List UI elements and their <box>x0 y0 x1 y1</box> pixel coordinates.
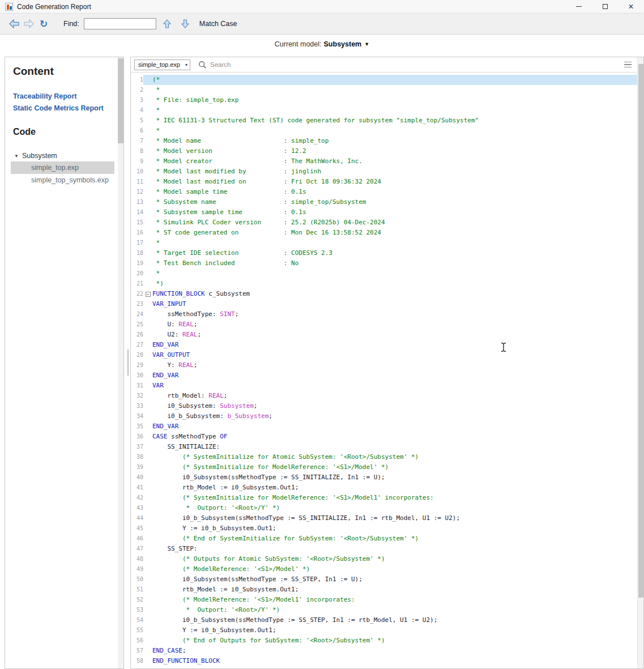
code-line[interactable]: 39 (* SystemInitialize for ModelReferenc… <box>131 462 637 472</box>
code-line[interactable]: 45 Y := i0_b_Subsystem.Out1; <box>131 523 637 534</box>
sidebar-link[interactable]: Traceability Report <box>13 92 110 100</box>
line-number: 49 <box>131 564 143 574</box>
code-line[interactable]: 5 * IEC 61131-3 Structured Text (ST) cod… <box>131 116 637 126</box>
current-model-caret-icon[interactable]: ▼ <box>364 41 369 47</box>
sidebar-scrollbar[interactable] <box>118 57 123 668</box>
code-line[interactable]: 16 * ST code generated on : Mon Dec 16 1… <box>131 228 637 238</box>
code-line[interactable]: 20 * <box>131 269 637 279</box>
editor-scrollbar-thumb[interactable] <box>638 64 644 598</box>
code-line[interactable]: 51 rtb_Model := i0_Subsystem.Out1; <box>131 585 637 595</box>
code-line[interactable]: 50 i0_Subsystem(ssMethodType := SS_STEP,… <box>131 574 637 585</box>
code-line[interactable]: 57END_CASE; <box>131 646 637 656</box>
code-line[interactable]: 31VAR <box>131 381 637 391</box>
code-line[interactable]: 56 (* End of Outputs for SubSystem: '<Ro… <box>131 636 637 646</box>
editor-scrollbar[interactable] <box>637 57 643 668</box>
line-number: 8 <box>131 146 143 156</box>
refresh-button[interactable]: ↻ <box>36 16 51 31</box>
sidebar-link[interactable]: Static Code Metrics Report <box>13 104 110 112</box>
code-line[interactable]: 8 * Model version : 12.2 <box>131 146 637 156</box>
line-number: 24 <box>131 309 143 319</box>
current-model-label: Current model: <box>275 40 322 48</box>
down-arrow-icon <box>181 19 190 28</box>
find-next-button[interactable] <box>178 16 193 31</box>
close-button[interactable]: × <box>618 0 644 13</box>
panel-splitter[interactable] <box>127 350 129 376</box>
code-line[interactable]: 52 (* ModelReference: '<S1>/Model1' inco… <box>131 595 637 605</box>
code-line[interactable]: 22−FUNCTION_BLOCK c_Subsystem <box>131 289 637 299</box>
tree-item[interactable]: simple_top.exp <box>11 161 114 174</box>
code-line[interactable]: 54 i0_b_Subsystem(ssMethodType := SS_STE… <box>131 615 637 625</box>
code-line[interactable]: 36CASE ssMethodType OF <box>131 432 637 442</box>
find-previous-button[interactable] <box>160 16 174 31</box>
code-line[interactable]: 41 rtb_Model := i0_Subsystem.Out1; <box>131 483 637 493</box>
code-line[interactable]: 1(* <box>131 75 637 85</box>
code-line[interactable]: 42 (* SystemInitialize for ModelReferenc… <box>131 493 637 503</box>
code-line[interactable]: 38 (* SystemInitialize for Atomic SubSys… <box>131 452 637 462</box>
code-line[interactable]: 4 * <box>131 105 637 116</box>
code-line[interactable]: 44 i0_b_Subsystem(ssMethodType := SS_INI… <box>131 513 637 523</box>
code-line[interactable]: 53 * Outport: '<Root>/Y' *) <box>131 605 637 615</box>
line-number: 55 <box>131 625 143 636</box>
code-line[interactable]: 7 * Model name : simple_top <box>131 136 637 146</box>
tree-root-subsystem[interactable]: ▼ Subsystem <box>13 152 110 160</box>
line-number: 29 <box>131 360 143 370</box>
forward-button[interactable] <box>22 16 36 31</box>
code-line[interactable]: 30END_VAR <box>131 370 637 381</box>
code-line[interactable]: 13 * Subsystem name : simple_top/Subsyst… <box>131 197 637 207</box>
code-line[interactable]: 46 (* End of SystemInitialize for SubSys… <box>131 534 637 544</box>
refresh-icon: ↻ <box>40 19 48 29</box>
code-line[interactable]: 35END_VAR <box>131 421 637 432</box>
code-line[interactable]: 25 U: REAL; <box>131 319 637 330</box>
code-line[interactable]: 21 *) <box>131 279 637 289</box>
code-line[interactable]: 58END_FUNCTION_BLOCK <box>131 656 637 666</box>
tree-item[interactable]: simple_top_symbols.exp <box>11 174 114 186</box>
code-line[interactable]: 17 * <box>131 238 637 248</box>
code-line[interactable]: 14 * Subsystem sample time : 0.1s <box>131 207 637 218</box>
line-number: 33 <box>131 401 143 411</box>
back-button[interactable] <box>7 16 22 31</box>
code-line[interactable]: 49 (* ModelReference: '<S1>/Model' *) <box>131 564 637 574</box>
code-line[interactable]: 15 * Simulink PLC Coder version : 25.2 (… <box>131 218 637 228</box>
code-line[interactable]: 43 * Outport: '<Root>/Y' *) <box>131 503 637 513</box>
code-line[interactable]: 24 ssMethodType: SINT; <box>131 309 637 319</box>
code-line[interactable]: 55 Y := i0_b_Subsystem.Out1; <box>131 625 637 636</box>
line-number: 32 <box>131 391 143 401</box>
sidebar-scrollbar-thumb[interactable] <box>118 58 123 143</box>
find-input[interactable] <box>84 18 156 29</box>
code-line[interactable]: 33 i0_Subsystem: Subsystem; <box>131 401 637 411</box>
code-line[interactable]: 11 * Model last modified on : Fri Oct 18… <box>131 177 637 187</box>
line-number: 45 <box>131 523 143 534</box>
code-line[interactable]: 18 * Target IDE selection : CODESYS 2.3 <box>131 248 637 258</box>
code-line[interactable]: 47 SS_STEP: <box>131 544 637 554</box>
code-line[interactable]: 40 i0_Subsystem(ssMethodType := SS_INITI… <box>131 472 637 483</box>
code-line[interactable]: 6 * <box>131 126 637 136</box>
fold-toggle-icon[interactable]: − <box>146 292 151 297</box>
line-number: 42 <box>131 493 143 503</box>
code-line[interactable]: 10 * Model last modified by : jinglinh <box>131 167 637 177</box>
code-line[interactable]: 34 i0_b_Subsystem: b_Subsystem; <box>131 411 637 421</box>
code-line[interactable]: 12 * Model sample time : 0.1s <box>131 187 637 197</box>
code-line[interactable]: 2 * <box>131 85 637 95</box>
line-number: 57 <box>131 646 143 656</box>
code-line[interactable]: 59 <box>131 666 637 668</box>
code-line[interactable]: 27END_VAR <box>131 340 637 350</box>
tree-expand-icon[interactable]: ▼ <box>14 154 19 159</box>
current-model-value[interactable]: Subsystem <box>324 40 362 48</box>
code-line[interactable]: 37 SS_INITIALIZE: <box>131 442 637 452</box>
line-number: 48 <box>131 554 143 564</box>
code-line[interactable]: 48 (* Outputs for Atomic SubSystem: '<Ro… <box>131 554 637 564</box>
file-dropdown[interactable]: simple_top.exp ▾ <box>134 59 190 70</box>
match-case-label[interactable]: Match Case <box>199 20 237 28</box>
code-line[interactable]: 9 * Model creator : The MathWorks, Inc. <box>131 156 637 167</box>
code-line[interactable]: 29 Y: REAL; <box>131 360 637 370</box>
minimize-button[interactable] <box>566 0 592 13</box>
code-line[interactable]: 26 U2: REAL; <box>131 330 637 340</box>
menu-icon[interactable] <box>624 62 632 68</box>
code-line[interactable]: 28VAR_OUTPUT <box>131 350 637 360</box>
code-line[interactable]: 3 * File: simple_top.exp <box>131 95 637 105</box>
search-input[interactable] <box>210 61 527 68</box>
code-line[interactable]: 23VAR_INPUT <box>131 299 637 309</box>
code-line[interactable]: 19 * Test Bench included : No <box>131 258 637 269</box>
code-line[interactable]: 32 rtb_Model: REAL; <box>131 391 637 401</box>
maximize-button[interactable] <box>592 0 618 13</box>
